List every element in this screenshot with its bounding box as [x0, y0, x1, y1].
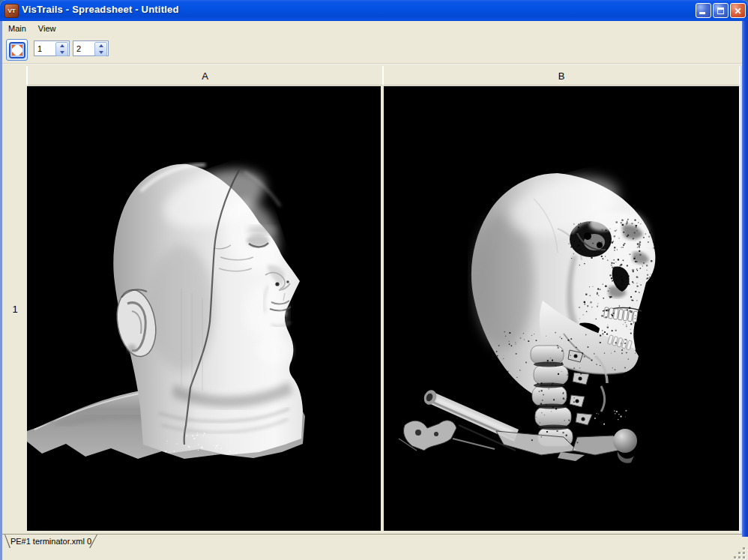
minimize-button[interactable]	[696, 3, 711, 18]
row-header-1-label: 1	[12, 304, 17, 315]
column-count-spin-buttons[interactable]	[94, 42, 107, 56]
column-header-b-label: B	[558, 70, 565, 82]
menu-item-view[interactable]: View	[32, 22, 62, 34]
sheet-tab-active[interactable]: PE#1 terminator.xml 0	[4, 535, 97, 549]
spin-up-icon[interactable]	[99, 44, 103, 47]
toolbar	[2, 35, 742, 64]
maximize-button[interactable]	[713, 3, 729, 18]
minimize-icon	[699, 12, 705, 14]
menu-bar: Main View	[2, 21, 742, 35]
menu-item-main[interactable]: Main	[2, 22, 32, 34]
row-count-spin-buttons[interactable]	[55, 42, 68, 56]
spreadsheet: A B 1	[2, 66, 739, 534]
spin-down-icon[interactable]	[60, 51, 64, 54]
maximize-icon	[717, 7, 724, 14]
status-bar	[2, 548, 748, 560]
sheet-tab-label: PE#1 terminator.xml 0	[10, 537, 91, 546]
logo-text: VT	[7, 7, 15, 14]
skull-volume-image	[384, 86, 739, 531]
spin-down-icon[interactable]	[99, 51, 103, 54]
column-header-a-label: A	[202, 70, 208, 82]
sheet-corner-cell[interactable]	[4, 67, 26, 85]
fit-to-window-frame-icon	[9, 42, 25, 58]
fit-to-window-button[interactable]	[6, 39, 28, 61]
app-window: VT VisTrails - Spreadsheet - Untitled ✕ …	[0, 0, 748, 560]
title-bar[interactable]: VT VisTrails - Spreadsheet - Untitled ✕	[0, 0, 748, 21]
window-controls: ✕	[696, 3, 746, 18]
vistrails-logo-icon: VT	[4, 4, 19, 18]
window-frame-right[interactable]	[742, 21, 748, 537]
spin-up-icon[interactable]	[60, 44, 64, 47]
column-header-b[interactable]: B	[384, 67, 739, 85]
row-count-spinbox[interactable]	[34, 40, 70, 56]
window-title: VisTrails - Spreadsheet - Untitled	[22, 4, 179, 15]
face-isosurface-image	[27, 86, 381, 531]
column-count-spinbox[interactable]	[73, 40, 109, 56]
window-frame-left[interactable]	[0, 21, 2, 560]
cell-b1-skull-render[interactable]	[384, 86, 739, 531]
cell-a1-face-render[interactable]	[27, 86, 381, 531]
close-button[interactable]: ✕	[730, 3, 746, 18]
row-header-1[interactable]: 1	[4, 85, 26, 533]
column-header-a[interactable]: A	[28, 67, 382, 85]
close-icon: ✕	[731, 4, 745, 18]
sheet-tab-bar: PE#1 terminator.xml 0	[2, 534, 742, 549]
resize-grip[interactable]	[734, 547, 745, 559]
